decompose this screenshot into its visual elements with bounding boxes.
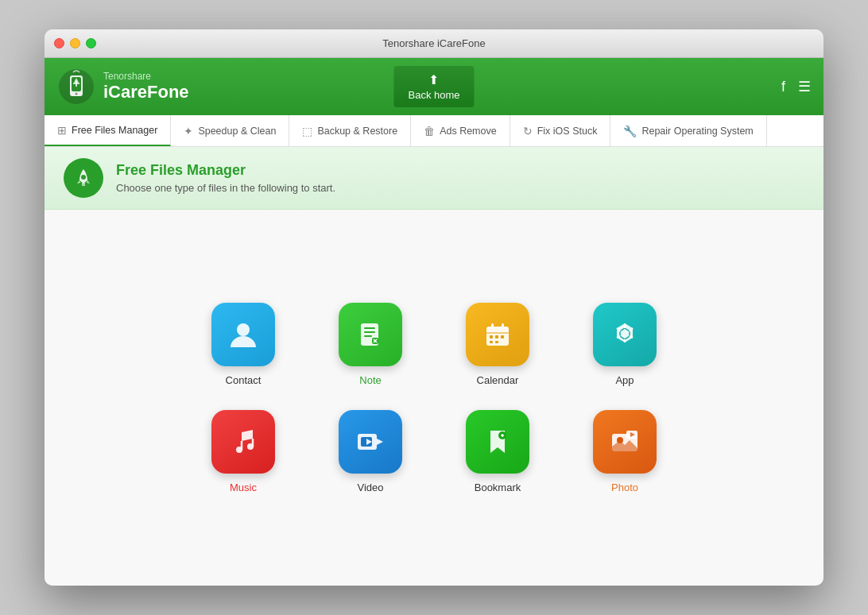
svg-rect-6 bbox=[82, 183, 85, 186]
bookmark-icon bbox=[466, 410, 529, 474]
tab-icon-files: ⊞ bbox=[57, 124, 67, 137]
video-label: Video bbox=[357, 482, 383, 493]
tab-ads-remove[interactable]: 🗑 Ads Remove bbox=[411, 115, 510, 146]
svg-rect-14 bbox=[486, 327, 509, 333]
tabs-bar: ⊞ Free Files Manager ✦ Speedup & Clean ⬚… bbox=[45, 115, 823, 147]
tab-icon-repair: 🔧 bbox=[623, 125, 637, 137]
app-name: iCareFone bbox=[103, 82, 189, 102]
svg-rect-21 bbox=[490, 341, 493, 343]
svg-rect-18 bbox=[490, 335, 493, 338]
logo: Tenorshare iCareFone bbox=[57, 68, 189, 106]
tab-icon-fix: ↻ bbox=[523, 125, 533, 137]
svg-rect-10 bbox=[364, 331, 375, 333]
grid-item-bookmark[interactable]: Bookmark bbox=[450, 410, 545, 493]
grid-item-note[interactable]: Note bbox=[323, 303, 418, 386]
contact-label: Contact bbox=[226, 374, 262, 386]
calendar-label: Calendar bbox=[477, 374, 519, 386]
svg-rect-17 bbox=[502, 323, 504, 328]
files-grid: Contact Note bbox=[196, 303, 672, 493]
bookmark-label: Bookmark bbox=[475, 482, 521, 493]
svg-rect-20 bbox=[501, 335, 504, 338]
logo-icon bbox=[57, 68, 95, 106]
svg-point-7 bbox=[237, 323, 250, 336]
svg-marker-34 bbox=[377, 439, 383, 445]
tab-label-ads-remove: Ads Remove bbox=[440, 126, 497, 137]
tab-label-repair-os: Repair Operating System bbox=[641, 126, 753, 137]
svg-rect-16 bbox=[491, 323, 494, 328]
grid-item-photo[interactable]: Photo bbox=[577, 410, 672, 493]
back-home-icon: ⬆ bbox=[428, 72, 439, 87]
logo-text: Tenorshare iCareFone bbox=[103, 71, 189, 102]
tab-free-files-manager[interactable]: ⊞ Free Files Manager bbox=[45, 115, 171, 146]
tab-icon-speedup: ✦ bbox=[184, 125, 193, 137]
banner-rocket-icon bbox=[64, 158, 103, 198]
tab-label-backup-restore: Backup & Restore bbox=[317, 126, 397, 137]
traffic-lights bbox=[54, 38, 96, 48]
header-right-icons: f ☰ bbox=[781, 78, 811, 95]
title-bar: Tenorshare iCareFone bbox=[45, 29, 823, 58]
grid-item-contact[interactable]: Contact bbox=[196, 303, 291, 386]
app-window: Tenorshare iCareFone Tenorshare iCareFon… bbox=[45, 29, 823, 586]
tab-repair-operating-system[interactable]: 🔧 Repair Operating System bbox=[610, 115, 766, 146]
note-icon bbox=[339, 303, 402, 366]
back-home-button[interactable]: ⬆ Back home bbox=[393, 66, 474, 107]
photo-icon bbox=[593, 410, 657, 474]
contact-icon bbox=[211, 303, 275, 366]
music-label: Music bbox=[230, 482, 257, 493]
tab-icon-backup: ⬚ bbox=[302, 125, 312, 137]
header: Tenorshare iCareFone ⬆ Back home f ☰ bbox=[45, 58, 823, 115]
banner-text: Free Files Manager Choose one type of fi… bbox=[116, 162, 335, 194]
svg-rect-11 bbox=[364, 335, 372, 337]
svg-rect-19 bbox=[495, 335, 498, 338]
tab-speedup-clean[interactable]: ✦ Speedup & Clean bbox=[171, 115, 289, 146]
calendar-icon bbox=[466, 303, 529, 366]
banner-subtitle: Choose one type of files in the followin… bbox=[116, 182, 335, 194]
svg-point-32 bbox=[247, 443, 254, 450]
grid-item-music[interactable]: Music bbox=[196, 410, 291, 493]
tab-label-fix-ios-stuck: Fix iOS Stuck bbox=[537, 126, 598, 137]
music-icon bbox=[211, 410, 275, 474]
photo-label: Photo bbox=[611, 482, 638, 493]
facebook-icon[interactable]: f bbox=[781, 79, 785, 95]
svg-rect-9 bbox=[364, 327, 375, 329]
tab-icon-ads: 🗑 bbox=[424, 125, 435, 137]
brand-name: Tenorshare bbox=[103, 71, 189, 82]
svg-rect-22 bbox=[495, 341, 498, 343]
banner: Free Files Manager Choose one type of fi… bbox=[45, 147, 823, 210]
tab-label-speedup-clean: Speedup & Clean bbox=[198, 126, 276, 137]
rocket-svg bbox=[72, 166, 95, 190]
app-icon bbox=[593, 303, 657, 366]
tab-label-free-files-manager: Free Files Manager bbox=[72, 125, 157, 136]
grid-item-app[interactable]: App bbox=[577, 303, 672, 386]
minimize-button[interactable] bbox=[70, 38, 80, 48]
menu-icon[interactable]: ☰ bbox=[798, 78, 811, 95]
grid-item-video[interactable]: Video bbox=[323, 410, 418, 493]
tab-fix-ios-stuck[interactable]: ↻ Fix iOS Stuck bbox=[510, 115, 611, 146]
svg-point-31 bbox=[236, 447, 242, 453]
banner-title: Free Files Manager bbox=[116, 162, 335, 179]
svg-point-3 bbox=[76, 93, 78, 95]
video-icon bbox=[339, 410, 402, 474]
svg-point-5 bbox=[81, 175, 86, 180]
grid-item-calendar[interactable]: Calendar bbox=[450, 303, 545, 386]
close-button[interactable] bbox=[54, 38, 64, 48]
window-title: Tenorshare iCareFone bbox=[382, 37, 485, 49]
maximize-button[interactable] bbox=[86, 38, 96, 48]
back-home-label: Back home bbox=[408, 89, 459, 101]
main-content: Contact Note bbox=[45, 210, 823, 586]
note-label: Note bbox=[359, 374, 381, 386]
app-label: App bbox=[615, 374, 634, 386]
tab-backup-restore[interactable]: ⬚ Backup & Restore bbox=[289, 115, 411, 146]
